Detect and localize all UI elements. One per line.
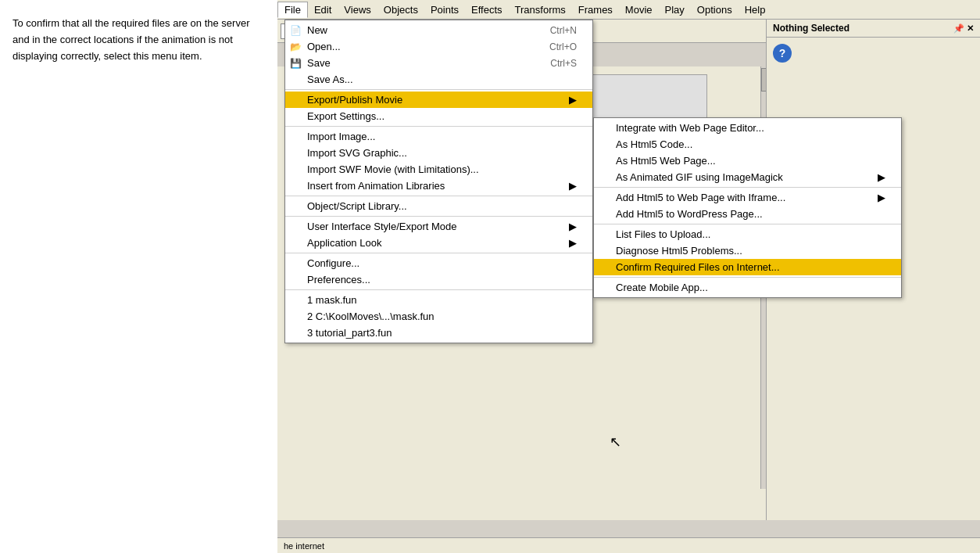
submenu-item-mobile-app[interactable]: Create Mobile App... [594, 279, 901, 296]
status-bar: he internet [277, 537, 980, 553]
menu-item-recent-1[interactable]: 1 mask.fun [285, 292, 592, 308]
arrow-icon: ▶ [569, 94, 577, 106]
open-icon [290, 41, 302, 53]
menu-item-recent-2[interactable]: 2 C:\KoolMoves\...\mask.fun [285, 308, 592, 325]
menu-item-configure[interactable]: Configure... [285, 255, 592, 271]
menu-item-save-as[interactable]: Save As... [285, 71, 592, 88]
menubar-item-points[interactable]: Points [424, 2, 465, 17]
menubar-item-file[interactable]: File [277, 2, 308, 18]
menu-separator-3 [285, 196, 592, 196]
info-icon: ? [773, 44, 792, 63]
menu-item-recent-3[interactable]: 3 tutorial_part3.fun [285, 325, 592, 341]
menubar-item-play[interactable]: Play [659, 2, 691, 17]
submenu-item-confirm-files[interactable]: Confirm Required Files on Internet... [594, 259, 901, 275]
menu-item-import-image[interactable]: Import Image... [285, 128, 592, 145]
status-text: he internet [284, 541, 324, 551]
menubar-item-options[interactable]: Options [691, 2, 739, 17]
menubar-item-transforms[interactable]: Transforms [509, 2, 572, 17]
menu-separator-5 [285, 253, 592, 253]
submenu-sep-2 [594, 224, 901, 224]
menubar-item-edit[interactable]: Edit [308, 2, 338, 17]
submenu-item-anim-gif[interactable]: As Animated GIF using ImageMagick ▶ [594, 169, 901, 185]
arrow-icon-iframe: ▶ [878, 192, 885, 203]
menu-item-new[interactable]: New Ctrl+N [285, 22, 592, 38]
menu-item-import-svg[interactable]: Import SVG Graphic... [285, 145, 592, 161]
menubar-item-objects[interactable]: Objects [377, 2, 424, 17]
arrow-icon-4: ▶ [569, 237, 577, 249]
submenu-item-html5-page[interactable]: As Html5 Web Page... [594, 153, 901, 169]
submenu-item-diagnose[interactable]: Diagnose Html5 Problems... [594, 242, 901, 259]
menubar-item-movie[interactable]: Movie [619, 2, 659, 17]
left-panel: To confirm that all the required files a… [0, 0, 277, 553]
new-icon [290, 24, 302, 37]
menu-item-obj-script[interactable]: Object/Script Library... [285, 198, 592, 214]
submenu-item-html5-code[interactable]: As Html5 Code... [594, 136, 901, 153]
menu-item-export[interactable]: Export/Publish Movie ▶ [285, 92, 592, 108]
save-icon [290, 57, 302, 70]
submenu-sep-3 [594, 277, 901, 278]
submenu-item-list-files[interactable]: List Files to Upload... [594, 226, 901, 242]
export-submenu: Integrate with Web Page Editor... As Htm… [593, 117, 902, 298]
menu-item-save[interactable]: Save Ctrl+S [285, 55, 592, 71]
menu-item-export-settings[interactable]: Export Settings... [285, 108, 592, 124]
menu-item-open[interactable]: Open... Ctrl+O [285, 38, 592, 55]
menu-item-import-swf[interactable]: Import SWF Movie (with Limitations)... [285, 161, 592, 178]
menu-item-app-look[interactable]: Application Look ▶ [285, 235, 592, 251]
menubar-item-help[interactable]: Help [739, 2, 772, 17]
menu-separator-6 [285, 289, 592, 290]
arrow-icon-gif: ▶ [878, 171, 885, 183]
menu-item-insert-anim[interactable]: Insert from Animation Libraries ▶ [285, 178, 592, 194]
menu-separator-2 [285, 126, 592, 127]
menubar-item-frames[interactable]: Frames [572, 2, 619, 17]
right-panel-header: Nothing Selected 📌 ✕ [767, 20, 980, 38]
menubar: File Edit Views Objects Points Effects T… [277, 0, 980, 20]
arrow-icon-2: ▶ [569, 180, 577, 192]
submenu-item-iframe[interactable]: Add Html5 to Web Page with Iframe... ▶ [594, 189, 901, 206]
menu-item-ui-style[interactable]: User Interface Style/Export Mode ▶ [285, 218, 592, 235]
menu-separator-4 [285, 216, 592, 217]
right-panel-body: ? [767, 38, 980, 69]
menubar-item-views[interactable]: Views [338, 2, 377, 17]
submenu-item-integrate[interactable]: Integrate with Web Page Editor... [594, 120, 901, 136]
arrow-icon-3: ▶ [569, 221, 577, 232]
submenu-item-wordpress[interactable]: Add Html5 to WordPress Page... [594, 206, 901, 222]
menu-separator-1 [285, 89, 592, 90]
help-text: To confirm that all the required files a… [13, 16, 265, 64]
file-menu: New Ctrl+N Open... Ctrl+O Save Ctrl+S Sa… [284, 20, 593, 343]
right-panel-title: Nothing Selected [773, 23, 849, 34]
menu-item-preferences[interactable]: Preferences... [285, 271, 592, 288]
right-panel-pin-icon: 📌 ✕ [953, 23, 974, 34]
menubar-item-effects[interactable]: Effects [465, 2, 509, 17]
submenu-sep-1 [594, 187, 901, 188]
